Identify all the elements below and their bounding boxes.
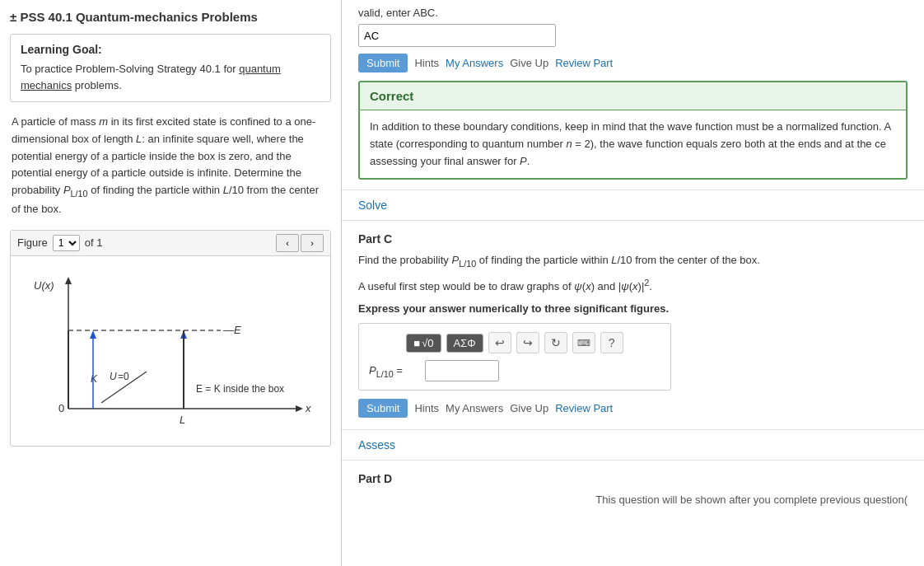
top-give-up-link[interactable]: Give Up: [510, 57, 548, 69]
svg-text:=0: =0: [118, 371, 129, 382]
svg-marker-13: [90, 330, 96, 339]
redo-button[interactable]: ↪: [516, 332, 539, 353]
top-action-bar: Submit Hints My Answers Give Up Review P…: [358, 54, 908, 73]
part-d-title: Part D: [358, 472, 908, 485]
correct-body: In addition to these boundary conditions…: [360, 110, 906, 178]
matrix-icon: ■: [413, 337, 420, 349]
assess-section: Assess: [342, 430, 924, 461]
solve-link[interactable]: Solve: [358, 199, 387, 212]
reset-button[interactable]: ↻: [544, 332, 567, 353]
part-d-note: This question will be shown after you co…: [358, 493, 908, 506]
correct-box: Correct In addition to these boundary co…: [358, 81, 908, 180]
math-equation-row: PL/10 =: [369, 360, 660, 381]
assess-link[interactable]: Assess: [358, 438, 395, 451]
correct-header: Correct: [360, 82, 906, 110]
answer-area-top: valid, enter ABC. Submit Hints My Answer…: [342, 0, 924, 190]
svg-marker-4: [296, 405, 303, 412]
problem-title: ± PSS 40.1 Quantum-mechanics Problems: [10, 10, 331, 24]
math-answer-input[interactable]: [425, 360, 499, 381]
redo-icon: ↪: [523, 336, 533, 349]
top-hints-link[interactable]: Hints: [414, 57, 439, 69]
part-c-submit-button[interactable]: Submit: [358, 399, 408, 418]
reset-icon: ↻: [551, 336, 561, 349]
svg-text:E = K inside the box: E = K inside the box: [196, 383, 284, 395]
problem-statement: A particle of mass m in its first excite…: [10, 114, 331, 218]
undo-icon: ↩: [495, 336, 505, 349]
quantum-mechanics-link[interactable]: quantum mechanics: [21, 63, 281, 91]
learning-goal-title: Learning Goal:: [21, 43, 320, 56]
figure-select[interactable]: 1: [53, 235, 80, 251]
top-answer-input[interactable]: [358, 24, 556, 47]
part-c-section: Part C Find the probability PL/10 of fin…: [342, 221, 924, 430]
help-button[interactable]: ?: [600, 332, 623, 353]
right-panel: valid, enter ABC. Submit Hints My Answer…: [342, 0, 924, 566]
part-c-instruction: Express your answer numerically to three…: [358, 302, 908, 315]
valid-text: valid, enter ABC.: [358, 0, 908, 24]
learning-goal-box: Learning Goal: To practice Problem-Solvi…: [10, 34, 331, 102]
svg-text:—E: —E: [222, 324, 241, 336]
matrix-button[interactable]: ■ √0: [406, 334, 441, 353]
part-c-my-answers-link[interactable]: My Answers: [446, 402, 503, 414]
svg-text:U(x): U(x): [34, 279, 54, 292]
svg-text:0: 0: [58, 402, 64, 414]
figure-next-button[interactable]: ›: [301, 234, 324, 252]
math-toolbar: ■ √0 ΑΣΦ ↩ ↪ ↻ ⌨ ?: [369, 332, 660, 353]
equation-label: PL/10 =: [369, 364, 418, 379]
part-c-note: A useful first step would be to draw gra…: [358, 276, 908, 296]
keyboard-button[interactable]: ⌨: [572, 332, 595, 353]
figure-label: Figure: [17, 236, 48, 249]
figure-header: Figure 1 of 1 ‹ ›: [11, 231, 330, 256]
diagram-svg: U(x) x 0 U =0 K —: [19, 264, 324, 437]
learning-goal-text: To practice Problem-Solving Strategy 40.…: [21, 61, 320, 93]
keyboard-icon: ⌨: [577, 338, 590, 348]
svg-text:K: K: [91, 373, 98, 385]
solve-section: Solve: [342, 190, 924, 221]
undo-button[interactable]: ↩: [488, 332, 511, 353]
part-c-review-part-link[interactable]: Review Part: [555, 402, 613, 414]
figure-of: of 1: [85, 236, 103, 249]
top-submit-button[interactable]: Submit: [358, 54, 408, 73]
part-c-description: Find the probability PL/10 of finding th…: [358, 252, 908, 271]
figure-prev-button[interactable]: ‹: [276, 234, 299, 252]
matrix-label: √0: [422, 337, 433, 349]
math-input-area: ■ √0 ΑΣΦ ↩ ↪ ↻ ⌨ ?: [358, 323, 671, 391]
part-d-section: Part D This question will be shown after…: [342, 461, 924, 517]
part-c-give-up-link[interactable]: Give Up: [510, 402, 548, 414]
greek-button[interactable]: ΑΣΦ: [446, 334, 483, 353]
figure-nav: ‹ ›: [276, 234, 324, 252]
top-review-part-link[interactable]: Review Part: [555, 57, 613, 69]
left-panel: ± PSS 40.1 Quantum-mechanics Problems Le…: [0, 0, 342, 566]
svg-text:L: L: [180, 414, 185, 426]
figure-container: Figure 1 of 1 ‹ › U(x): [10, 230, 331, 447]
svg-marker-2: [65, 277, 72, 284]
figure-diagram: U(x) x 0 U =0 K —: [11, 256, 330, 446]
part-c-hints-link[interactable]: Hints: [414, 402, 439, 414]
greek-label: ΑΣΦ: [454, 337, 476, 349]
answer-input-row: [358, 24, 908, 47]
help-icon: ?: [609, 336, 615, 349]
svg-text:U: U: [110, 371, 117, 382]
svg-text:x: x: [305, 402, 311, 414]
top-my-answers-link[interactable]: My Answers: [446, 57, 503, 69]
part-c-action-bar: Submit Hints My Answers Give Up Review P…: [358, 399, 908, 418]
part-c-title: Part C: [358, 232, 908, 246]
